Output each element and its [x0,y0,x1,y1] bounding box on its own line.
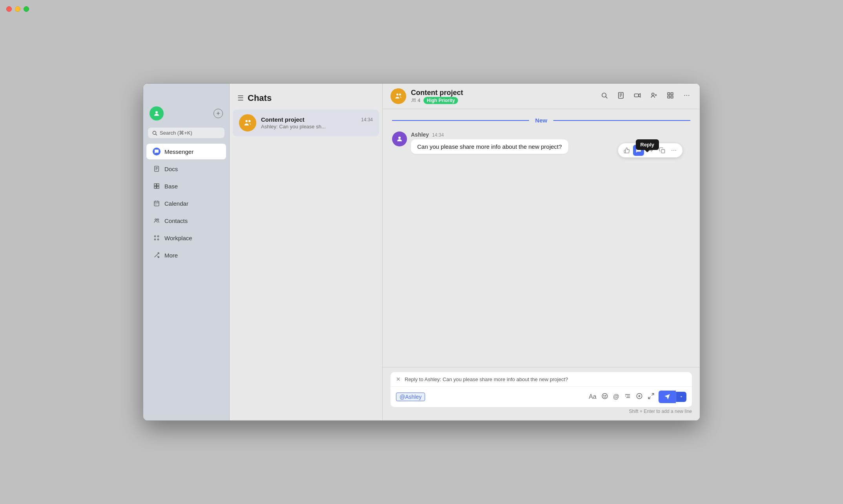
priority-badge: High Priority [423,97,458,104]
svg-rect-49 [661,150,665,153]
more-icon [153,251,161,259]
svg-rect-44 [671,96,673,98]
search-action-button[interactable] [599,90,609,102]
message-row: Ashley 14:34 Can you please share more i… [392,131,690,154]
emoji-icon[interactable] [601,393,608,401]
svg-point-47 [688,95,689,95]
svg-point-30 [602,93,606,97]
avatar[interactable] [150,106,164,121]
svg-rect-41 [668,93,670,95]
message-author: Ashley [411,131,429,138]
svg-line-64 [648,397,650,399]
message-time: 14:34 [432,132,444,138]
svg-rect-9 [154,186,156,188]
search-label: Search (⌘+K) [160,130,192,136]
like-reaction-button[interactable] [621,145,632,156]
chat-header-info: Content project 4 High Priority [411,89,595,104]
divider-line-left [392,120,529,121]
chat-info-top: Content project 14:34 [261,116,373,123]
sidebar-item-base[interactable]: Base [146,178,226,194]
base-icon [153,182,161,190]
svg-point-54 [604,395,604,396]
svg-point-38 [652,93,654,95]
attach-icon[interactable] [636,393,643,401]
sidebar-item-contacts[interactable]: Contacts [146,213,226,228]
svg-point-25 [248,120,251,122]
more-action-button[interactable] [682,90,692,102]
chat-list-panel: ☰ Chats Content project 14:34 Ashley: Ca… [230,84,383,420]
font-size-icon[interactable]: Aa [589,393,597,400]
svg-marker-37 [639,93,640,97]
workplace-icon [153,234,161,242]
expand-icon[interactable] [648,393,655,401]
hint-text: Shift + Enter to add a new line [390,409,692,414]
svg-rect-11 [154,201,159,206]
svg-point-50 [671,150,672,151]
send-button[interactable] [659,391,676,403]
chat-header-avatar [390,88,406,104]
send-dropdown-button[interactable] [676,392,686,402]
chat-header-name: Content project [411,89,463,97]
messages-area: New Ashley 14:34 Can [383,109,700,367]
sidebar-item-calendar[interactable]: 3 Calendar [146,195,226,211]
svg-point-55 [605,395,606,396]
add-member-action-button[interactable] [649,90,659,102]
base-label: Base [164,183,178,190]
input-container: ✕ Reply to Ashley: Can you please share … [390,372,692,407]
more-reaction-button[interactable] [668,145,679,156]
sidebar-item-more[interactable]: More [146,247,226,263]
svg-point-26 [396,93,398,95]
svg-point-27 [399,93,401,95]
message-avatar [392,131,407,146]
chat-avatar [239,114,256,131]
message-input-box[interactable]: @Ashley Aa @ [390,387,692,407]
video-action-button[interactable] [632,90,642,102]
search-bar[interactable]: Search (⌘+K) [148,128,224,138]
chat-header-meta: 4 High Priority [411,97,595,104]
document-action-button[interactable] [616,90,626,102]
svg-point-19 [157,236,159,237]
sidebar-profile: + [143,102,229,128]
calendar-icon: 3 [153,199,161,207]
messenger-icon [153,148,161,155]
message-header: Ashley 14:34 [411,131,690,138]
sidebar-item-docs[interactable]: Docs [146,161,226,177]
svg-rect-36 [635,94,639,97]
chat-time: 14:34 [361,117,373,122]
svg-line-63 [652,393,654,395]
chat-list-header: ☰ Chats [230,88,382,108]
messenger-label: Messenger [164,148,193,155]
svg-point-0 [155,111,158,113]
chat-list-title: Chats [248,93,272,103]
message-bubble: Can you please share more info about the… [411,139,568,154]
mention-tag: @Ashley [396,393,425,401]
reply-preview: ✕ Reply to Ashley: Can you please share … [390,372,692,387]
svg-point-45 [684,95,685,95]
workplace-label: Workplace [164,235,192,241]
svg-point-28 [412,99,414,100]
grid-action-button[interactable] [665,90,675,102]
new-label: New [529,117,554,124]
svg-point-29 [414,99,416,100]
formatting-icon[interactable] [624,393,631,401]
svg-point-16 [155,219,157,220]
members-count: 4 [411,97,420,103]
chat-header: Content project 4 High Priority [383,84,700,109]
chats-header-icon: ☰ [237,94,244,102]
more-label: More [164,252,178,259]
svg-point-21 [157,239,159,240]
mention-icon[interactable]: @ [613,393,619,400]
reply-close-button[interactable]: ✕ [396,376,401,382]
svg-rect-10 [157,186,159,188]
contacts-icon [153,217,161,225]
svg-point-18 [154,236,155,237]
sidebar-item-messenger[interactable]: Messenger [146,144,226,159]
sidebar-item-workplace[interactable]: Workplace [146,230,226,246]
add-button[interactable]: + [213,109,223,118]
chat-item-content-project[interactable]: Content project 14:34 Ashley: Can you pl… [233,110,379,136]
chat-name: Content project [261,116,305,123]
svg-line-31 [606,97,607,98]
reply-text: Reply to Ashley: Can you please share mo… [405,376,686,382]
reaction-bar: Reply [618,143,682,157]
header-actions [599,90,692,102]
